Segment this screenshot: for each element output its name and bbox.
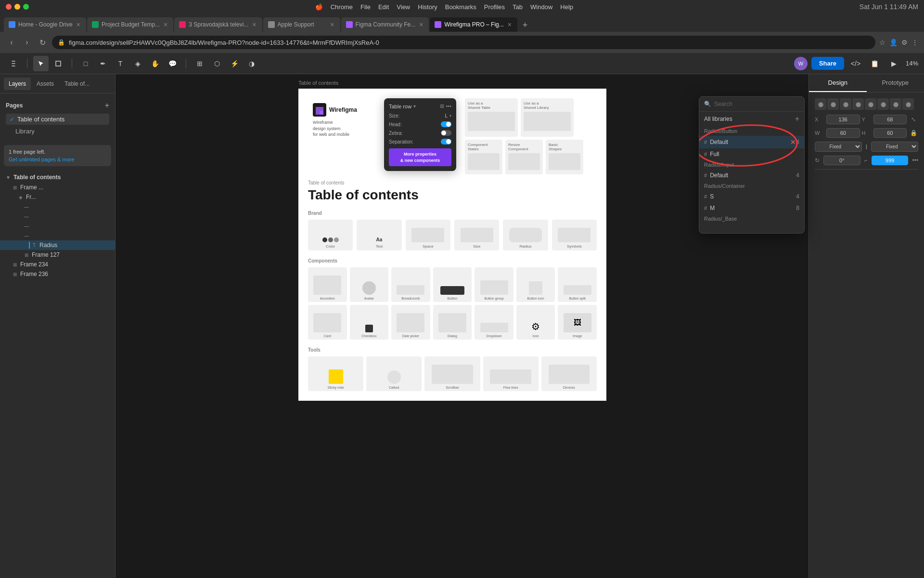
- tab-google-drive[interactable]: Home - Google Drive ×: [4, 17, 86, 32]
- zoom-level[interactable]: 14%: [906, 60, 918, 67]
- w-input[interactable]: [826, 128, 860, 138]
- x-input[interactable]: [826, 115, 860, 124]
- horizontal-sizing-select[interactable]: Fixed: [815, 142, 862, 152]
- bookmarks-menu[interactable]: Bookmarks: [445, 3, 476, 11]
- tab-close[interactable]: ×: [76, 20, 81, 29]
- profiles-menu[interactable]: Profiles: [484, 3, 505, 11]
- layer-frame-127[interactable]: ⊞ Frame 127: [0, 250, 115, 260]
- file-menu[interactable]: File: [360, 3, 371, 11]
- separation-toggle[interactable]: [441, 139, 451, 144]
- hand-tool[interactable]: ✋: [147, 56, 163, 71]
- layer-frame-main[interactable]: ⊞ Frame ...: [0, 183, 115, 192]
- resize-icon[interactable]: ⤡: [911, 116, 916, 123]
- page-item-toc[interactable]: ✓ Table of contents: [6, 114, 109, 125]
- vertical-sizing-select[interactable]: Fixed: [871, 142, 918, 152]
- more-options-button[interactable]: •••: [912, 157, 918, 164]
- tab-budget[interactable]: Project Budget Temp... ×: [87, 17, 173, 32]
- align-top-button[interactable]: ⬤: [852, 98, 864, 110]
- delete-variable-button[interactable]: ✕: [790, 138, 796, 146]
- add-variable-button[interactable]: +: [795, 115, 799, 123]
- page-item-library[interactable]: Library: [6, 125, 109, 137]
- align-right-button[interactable]: ⬤: [840, 98, 851, 110]
- forward-button[interactable]: ›: [21, 37, 33, 48]
- table-of-contents-tab[interactable]: Table of...: [60, 78, 94, 90]
- inspect-toggle[interactable]: 📋: [867, 56, 883, 71]
- rectangle-tool[interactable]: □: [78, 56, 93, 71]
- popup-dropdown-icon[interactable]: ▾: [413, 104, 416, 109]
- share-button[interactable]: Share: [811, 57, 844, 70]
- window-menu[interactable]: Window: [530, 3, 552, 11]
- layer-indent-3c[interactable]: —: [0, 221, 115, 231]
- back-button[interactable]: ‹: [6, 37, 17, 48]
- layer-indent-3b[interactable]: —: [0, 211, 115, 221]
- pen-tool[interactable]: ✒: [95, 56, 111, 71]
- zebra-toggle[interactable]: [441, 130, 451, 136]
- tab-apple[interactable]: Apple Support ×: [263, 17, 340, 32]
- present-toggle[interactable]: ▶: [886, 56, 902, 71]
- reload-button[interactable]: ↻: [37, 37, 48, 48]
- user-avatar[interactable]: W: [794, 57, 808, 70]
- frame-tool[interactable]: [51, 56, 66, 71]
- minimize-button[interactable]: [14, 4, 20, 10]
- bookmark-icon[interactable]: ☆: [879, 39, 886, 46]
- layer-indent-3a[interactable]: —: [0, 202, 115, 211]
- new-tab-button[interactable]: +: [518, 18, 532, 32]
- var-default-input[interactable]: # Default 4: [699, 170, 804, 181]
- design-tab[interactable]: Design: [809, 74, 867, 92]
- layers-header[interactable]: ▼ Table of contents: [0, 172, 115, 183]
- chrome-menu[interactable]: Chrome: [331, 3, 353, 11]
- text-tool[interactable]: T: [113, 56, 128, 71]
- help-menu[interactable]: Help: [560, 3, 573, 11]
- align-left-button[interactable]: ⬤: [815, 98, 826, 110]
- layer-frame-234[interactable]: ⊞ Frame 234: [0, 260, 115, 269]
- size-chevron-icon[interactable]: ▾: [449, 114, 451, 118]
- tab-figma-community[interactable]: Figma Community Fe... ×: [341, 17, 429, 32]
- component-tool[interactable]: ◈: [130, 56, 145, 71]
- move-tool[interactable]: [33, 56, 49, 71]
- var-full-button[interactable]: # Full: [699, 148, 804, 160]
- rotation-input[interactable]: [823, 156, 860, 165]
- add-page-button[interactable]: +: [105, 101, 109, 110]
- var-s-container[interactable]: # S 4: [699, 191, 804, 202]
- assets-tab[interactable]: Assets: [32, 78, 59, 90]
- tab-close[interactable]: ×: [507, 20, 513, 29]
- distribute-v-button[interactable]: ⬤: [902, 98, 914, 110]
- tab-close[interactable]: ×: [163, 20, 168, 29]
- prototype-tab[interactable]: Prototype: [867, 74, 924, 92]
- popup-link-icon[interactable]: ⊞: [440, 103, 444, 109]
- view-menu[interactable]: View: [397, 3, 410, 11]
- more-icon[interactable]: ⋮: [911, 39, 918, 46]
- layer-radius[interactable]: T Radius: [0, 240, 115, 250]
- align-center-h-button[interactable]: ⬤: [827, 98, 839, 110]
- tab-close[interactable]: ×: [329, 20, 335, 29]
- lock-ratio-icon[interactable]: 🔒: [910, 130, 917, 136]
- apple-menu[interactable]: 🍎: [315, 3, 323, 11]
- maximize-button[interactable]: [23, 4, 29, 10]
- tab-wirefigma[interactable]: Wirefigma PRO – Fig... ×: [430, 17, 517, 32]
- figma-menu-button[interactable]: [6, 56, 21, 71]
- tab-close[interactable]: ×: [418, 20, 424, 29]
- plugin-tool[interactable]: ⚡: [227, 56, 242, 71]
- upgrade-link[interactable]: Get unlimited pages & more: [9, 157, 106, 162]
- var-m-container[interactable]: # M 8: [699, 202, 804, 214]
- var-default-button[interactable]: # Default ✕ 4: [699, 136, 804, 148]
- components-panel-toggle[interactable]: ⊞: [192, 56, 207, 71]
- layer-indent-3d[interactable]: —: [0, 231, 115, 240]
- corner-radius-input[interactable]: [872, 156, 909, 165]
- history-menu[interactable]: History: [418, 3, 437, 11]
- layer-frame-236[interactable]: ⊞ Frame 236: [0, 269, 115, 279]
- head-toggle[interactable]: [441, 121, 451, 127]
- y-input[interactable]: [873, 115, 907, 124]
- contrast-tool[interactable]: ◑: [244, 56, 259, 71]
- align-center-v-button[interactable]: ⬤: [865, 98, 876, 110]
- tab-menu[interactable]: Tab: [513, 3, 523, 11]
- code-toggle[interactable]: </>: [848, 56, 863, 71]
- traffic-lights[interactable]: [6, 4, 29, 10]
- comment-tool[interactable]: 💬: [165, 56, 180, 71]
- tab-tv[interactable]: 3 Spravodajská televi... ×: [174, 17, 262, 32]
- layers-tab[interactable]: Layers: [4, 78, 31, 90]
- address-bar[interactable]: 🔒 figma.com/design/sellPzHAWVc0QgBbJ8Z4l…: [52, 36, 875, 49]
- close-button[interactable]: [6, 4, 12, 10]
- popup-more-icon[interactable]: •••: [446, 103, 451, 109]
- mask-tool[interactable]: ⬡: [209, 56, 225, 71]
